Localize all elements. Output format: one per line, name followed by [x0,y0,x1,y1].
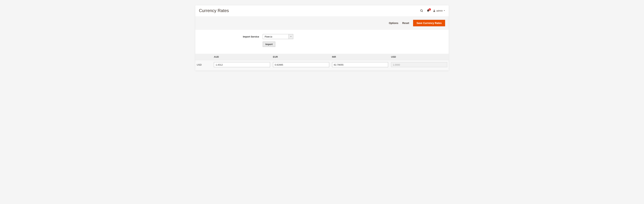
actions-bar: Options Reset Save Currency Rates [195,16,449,30]
svg-point-0 [420,10,422,11]
row-base-label: USD [195,60,212,71]
user-label: admin [436,9,443,12]
search-icon [420,9,423,13]
notification-badge: 1 [428,8,431,11]
table-row: USD [195,60,449,71]
options-button[interactable]: Options [389,22,398,25]
rate-input-usd-aud[interactable] [214,62,270,67]
column-header-aud: AUD [212,54,272,60]
currency-rates-table: AUDEURINRUSD USD [195,54,449,70]
chevron-down-icon [444,10,445,11]
svg-line-1 [422,11,423,12]
rate-input-usd-usd [391,62,447,67]
rate-input-usd-inr[interactable] [332,62,388,67]
import-service-label: Import Service [199,35,263,38]
import-button[interactable]: Import [263,42,275,47]
user-icon [433,9,436,12]
rate-input-usd-eur[interactable] [273,62,329,67]
user-menu-button[interactable]: admin [433,9,445,12]
import-service-select[interactable]: Fixer.io [263,34,293,39]
save-button[interactable]: Save Currency Rates [413,20,445,26]
column-header-eur: EUR [272,54,330,60]
table-header-row: AUDEURINRUSD [195,54,449,60]
notifications-button[interactable]: 1 [426,9,430,12]
page-title: Currency Rates [199,8,420,13]
column-header-inr: INR [330,54,390,60]
svg-point-2 [434,10,435,11]
search-button[interactable] [420,9,423,13]
reset-button[interactable]: Reset [402,22,409,25]
column-header-usd: USD [390,54,449,60]
